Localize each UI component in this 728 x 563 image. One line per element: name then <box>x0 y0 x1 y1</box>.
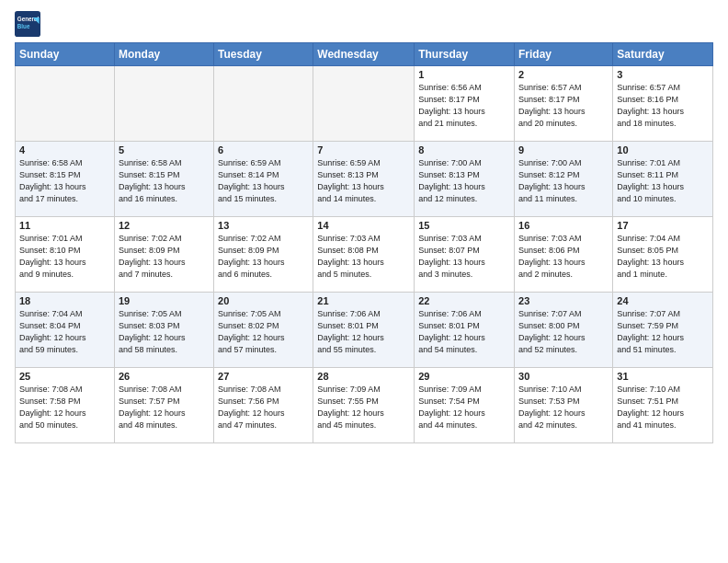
calendar-cell: 25Sunrise: 7:08 AM Sunset: 7:58 PM Dayli… <box>16 368 115 443</box>
calendar-cell: 9Sunrise: 7:00 AM Sunset: 8:12 PM Daylig… <box>515 142 613 217</box>
day-number: 5 <box>119 144 210 155</box>
calendar-cell: 21Sunrise: 7:06 AM Sunset: 8:01 PM Dayli… <box>313 293 415 368</box>
day-number: 20 <box>218 295 309 306</box>
weekday-header-thursday: Thursday <box>415 43 515 66</box>
cell-text: Sunrise: 7:03 AM Sunset: 8:08 PM Dayligh… <box>317 233 410 281</box>
day-number: 8 <box>418 144 510 155</box>
calendar-cell <box>313 66 415 142</box>
calendar-cell: 17Sunrise: 7:04 AM Sunset: 8:05 PM Dayli… <box>613 217 713 293</box>
calendar-cell: 14Sunrise: 7:03 AM Sunset: 8:08 PM Dayli… <box>313 217 415 293</box>
calendar-cell <box>114 66 213 142</box>
day-number: 29 <box>418 371 510 382</box>
day-number: 10 <box>617 144 709 155</box>
day-number: 22 <box>418 295 510 306</box>
cell-text: Sunrise: 7:06 AM Sunset: 8:01 PM Dayligh… <box>418 308 510 356</box>
calendar-week-4: 18Sunrise: 7:04 AM Sunset: 8:04 PM Dayli… <box>16 293 713 368</box>
calendar-cell: 15Sunrise: 7:03 AM Sunset: 8:07 PM Dayli… <box>415 217 515 293</box>
day-number: 4 <box>19 144 110 155</box>
day-number: 25 <box>19 371 110 382</box>
cell-text: Sunrise: 7:06 AM Sunset: 8:01 PM Dayligh… <box>317 308 410 356</box>
weekday-header-friday: Friday <box>515 43 613 66</box>
cell-text: Sunrise: 7:02 AM Sunset: 8:09 PM Dayligh… <box>218 233 309 281</box>
cell-text: Sunrise: 6:57 AM Sunset: 8:17 PM Dayligh… <box>518 82 609 130</box>
calendar-cell: 5Sunrise: 6:58 AM Sunset: 8:15 PM Daylig… <box>114 142 213 217</box>
day-number: 12 <box>119 220 210 231</box>
day-number: 3 <box>617 69 709 80</box>
calendar-cell: 4Sunrise: 6:58 AM Sunset: 8:15 PM Daylig… <box>16 142 115 217</box>
day-number: 26 <box>119 371 210 382</box>
calendar-cell: 29Sunrise: 7:09 AM Sunset: 7:54 PM Dayli… <box>415 368 515 443</box>
calendar-cell: 13Sunrise: 7:02 AM Sunset: 8:09 PM Dayli… <box>214 217 313 293</box>
weekday-header-wednesday: Wednesday <box>313 43 415 66</box>
header: General Blue <box>15 11 713 37</box>
day-number: 2 <box>518 69 609 80</box>
cell-text: Sunrise: 7:09 AM Sunset: 7:55 PM Dayligh… <box>317 384 410 431</box>
day-number: 11 <box>19 220 110 231</box>
cell-text: Sunrise: 6:59 AM Sunset: 8:14 PM Dayligh… <box>218 157 309 205</box>
day-number: 28 <box>317 371 410 382</box>
calendar-body: 1Sunrise: 6:56 AM Sunset: 8:17 PM Daylig… <box>16 66 713 443</box>
day-number: 18 <box>19 295 110 306</box>
calendar-cell: 20Sunrise: 7:05 AM Sunset: 8:02 PM Dayli… <box>214 293 313 368</box>
cell-text: Sunrise: 7:05 AM Sunset: 8:03 PM Dayligh… <box>119 308 210 356</box>
cell-text: Sunrise: 7:10 AM Sunset: 7:51 PM Dayligh… <box>617 384 709 431</box>
cell-text: Sunrise: 6:58 AM Sunset: 8:15 PM Dayligh… <box>119 157 210 205</box>
day-number: 21 <box>317 295 410 306</box>
calendar-week-5: 25Sunrise: 7:08 AM Sunset: 7:58 PM Dayli… <box>16 368 713 443</box>
cell-text: Sunrise: 7:08 AM Sunset: 7:57 PM Dayligh… <box>119 384 210 431</box>
cell-text: Sunrise: 6:56 AM Sunset: 8:17 PM Dayligh… <box>418 82 510 130</box>
calendar-cell: 2Sunrise: 6:57 AM Sunset: 8:17 PM Daylig… <box>515 66 613 142</box>
calendar-cell: 26Sunrise: 7:08 AM Sunset: 7:57 PM Dayli… <box>114 368 213 443</box>
cell-text: Sunrise: 7:10 AM Sunset: 7:53 PM Dayligh… <box>518 384 609 431</box>
calendar-week-2: 4Sunrise: 6:58 AM Sunset: 8:15 PM Daylig… <box>16 142 713 217</box>
calendar-cell: 8Sunrise: 7:00 AM Sunset: 8:13 PM Daylig… <box>415 142 515 217</box>
calendar-cell: 19Sunrise: 7:05 AM Sunset: 8:03 PM Dayli… <box>114 293 213 368</box>
calendar-cell <box>214 66 313 142</box>
svg-text:Blue: Blue <box>17 23 30 29</box>
cell-text: Sunrise: 7:04 AM Sunset: 8:04 PM Dayligh… <box>19 308 110 356</box>
day-number: 9 <box>518 144 609 155</box>
cell-text: Sunrise: 7:04 AM Sunset: 8:05 PM Dayligh… <box>617 233 709 281</box>
cell-text: Sunrise: 7:05 AM Sunset: 8:02 PM Dayligh… <box>218 308 309 356</box>
day-number: 30 <box>518 371 609 382</box>
calendar-cell: 6Sunrise: 6:59 AM Sunset: 8:14 PM Daylig… <box>214 142 313 217</box>
cell-text: Sunrise: 6:59 AM Sunset: 8:13 PM Dayligh… <box>317 157 410 205</box>
calendar-cell: 30Sunrise: 7:10 AM Sunset: 7:53 PM Dayli… <box>515 368 613 443</box>
cell-text: Sunrise: 7:03 AM Sunset: 8:07 PM Dayligh… <box>418 233 510 281</box>
cell-text: Sunrise: 7:07 AM Sunset: 8:00 PM Dayligh… <box>518 308 609 356</box>
cell-text: Sunrise: 7:08 AM Sunset: 7:56 PM Dayligh… <box>218 384 309 431</box>
calendar-cell: 16Sunrise: 7:03 AM Sunset: 8:06 PM Dayli… <box>515 217 613 293</box>
day-number: 15 <box>418 220 510 231</box>
day-number: 7 <box>317 144 410 155</box>
weekday-header-row: SundayMondayTuesdayWednesdayThursdayFrid… <box>16 43 713 66</box>
calendar-cell: 23Sunrise: 7:07 AM Sunset: 8:00 PM Dayli… <box>515 293 613 368</box>
day-number: 31 <box>617 371 709 382</box>
calendar-cell: 10Sunrise: 7:01 AM Sunset: 8:11 PM Dayli… <box>613 142 713 217</box>
calendar-week-1: 1Sunrise: 6:56 AM Sunset: 8:17 PM Daylig… <box>16 66 713 142</box>
day-number: 16 <box>518 220 609 231</box>
cell-text: Sunrise: 6:57 AM Sunset: 8:16 PM Dayligh… <box>617 82 709 130</box>
weekday-header-saturday: Saturday <box>613 43 713 66</box>
calendar-cell: 3Sunrise: 6:57 AM Sunset: 8:16 PM Daylig… <box>613 66 713 142</box>
day-number: 14 <box>317 220 410 231</box>
cell-text: Sunrise: 7:00 AM Sunset: 8:13 PM Dayligh… <box>418 157 510 205</box>
calendar-cell: 24Sunrise: 7:07 AM Sunset: 7:59 PM Dayli… <box>613 293 713 368</box>
day-number: 6 <box>218 144 309 155</box>
calendar-cell: 12Sunrise: 7:02 AM Sunset: 8:09 PM Dayli… <box>114 217 213 293</box>
calendar-week-3: 11Sunrise: 7:01 AM Sunset: 8:10 PM Dayli… <box>16 217 713 293</box>
day-number: 17 <box>617 220 709 231</box>
calendar-cell: 7Sunrise: 6:59 AM Sunset: 8:13 PM Daylig… <box>313 142 415 217</box>
calendar-cell <box>16 66 115 142</box>
cell-text: Sunrise: 7:09 AM Sunset: 7:54 PM Dayligh… <box>418 384 510 431</box>
cell-text: Sunrise: 7:01 AM Sunset: 8:11 PM Dayligh… <box>617 157 709 205</box>
weekday-header-monday: Monday <box>114 43 213 66</box>
day-number: 27 <box>218 371 309 382</box>
cell-text: Sunrise: 7:02 AM Sunset: 8:09 PM Dayligh… <box>119 233 210 281</box>
calendar-cell: 18Sunrise: 7:04 AM Sunset: 8:04 PM Dayli… <box>16 293 115 368</box>
calendar-cell: 11Sunrise: 7:01 AM Sunset: 8:10 PM Dayli… <box>16 217 115 293</box>
weekday-header-sunday: Sunday <box>16 43 115 66</box>
day-number: 13 <box>218 220 309 231</box>
calendar-cell: 28Sunrise: 7:09 AM Sunset: 7:55 PM Dayli… <box>313 368 415 443</box>
calendar-cell: 22Sunrise: 7:06 AM Sunset: 8:01 PM Dayli… <box>415 293 515 368</box>
day-number: 24 <box>617 295 709 306</box>
